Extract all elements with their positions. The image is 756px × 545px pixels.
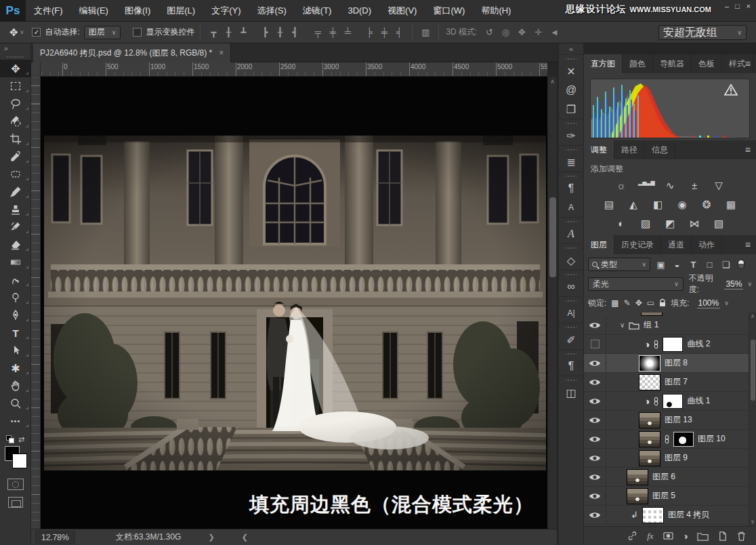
close-icon[interactable]: ×: [747, 2, 751, 10]
more-tools-button[interactable]: •••: [0, 412, 31, 430]
canvas[interactable]: 填充周边黑色（混合模式柔光）: [41, 77, 547, 529]
layer-thumbnail[interactable]: [639, 355, 660, 371]
invert-icon[interactable]: ◐: [614, 218, 629, 230]
layer-mask-thumbnail[interactable]: [663, 394, 683, 409]
menu-3d[interactable]: 3D(D): [339, 0, 379, 22]
scrollbar-thumb[interactable]: [549, 197, 556, 277]
layer-thumbnail[interactable]: [639, 374, 660, 390]
scroll-down-icon[interactable]: ∨: [749, 518, 756, 526]
align-left-icon[interactable]: ┣: [257, 27, 272, 37]
fill-field[interactable]: 100% ∨: [697, 298, 729, 308]
history-brush-tool[interactable]: [0, 218, 31, 236]
layer-row-group-1[interactable]: ∨ 组 1: [584, 316, 756, 335]
posterize-icon[interactable]: ▨: [638, 218, 653, 230]
custom-shape-tool[interactable]: ✱: [0, 359, 31, 377]
delete-layer-icon[interactable]: [736, 531, 747, 542]
visibility-toggle[interactable]: [584, 411, 606, 429]
filter-adjustment-layers-icon[interactable]: ◒: [671, 260, 683, 270]
add-adjustment-layer-icon[interactable]: ◑: [683, 531, 688, 542]
move-tool-icon[interactable]: ✥: [9, 26, 18, 39]
panel-menu-icon[interactable]: ≡: [745, 58, 751, 69]
layer-thumbnail[interactable]: [642, 507, 664, 523]
character-styles-panel-icon[interactable]: A: [559, 198, 583, 217]
swap-colors-icon[interactable]: ⇄: [18, 435, 24, 444]
menu-type[interactable]: 文字(Y): [203, 0, 249, 22]
new-group-icon[interactable]: [697, 531, 709, 541]
distribute-vcenter-icon[interactable]: ╪: [325, 27, 340, 37]
visibility-toggle[interactable]: [584, 468, 606, 486]
filter-shape-layers-icon[interactable]: □: [704, 260, 715, 270]
tab-channels[interactable]: 通道: [661, 235, 692, 254]
3d-slide-icon[interactable]: ✛: [530, 27, 546, 37]
layer-name[interactable]: 曲线 1: [687, 395, 710, 407]
brightness-contrast-icon[interactable]: ☼: [614, 180, 629, 192]
lock-position-icon[interactable]: ✥: [635, 298, 642, 308]
vertical-scrollbar[interactable]: ∧: [547, 77, 557, 529]
distribute-left-icon[interactable]: ╞: [362, 27, 377, 37]
add-mask-icon[interactable]: [663, 531, 674, 541]
menu-edit[interactable]: 编辑(E): [71, 0, 117, 22]
distribute-hcenter-icon[interactable]: ╪: [377, 27, 392, 37]
auto-align-icon[interactable]: ▥: [418, 27, 433, 37]
tab-close-icon[interactable]: ×: [219, 48, 224, 58]
menu-image[interactable]: 图像(I): [117, 0, 159, 22]
gradient-tool[interactable]: [0, 254, 31, 271]
layer-thumbnail[interactable]: [639, 412, 660, 428]
brush-presets-panel-icon[interactable]: ✑: [559, 126, 583, 145]
patch-tool[interactable]: [0, 165, 31, 183]
layer-name[interactable]: 图层 13: [665, 414, 692, 426]
new-layer-icon[interactable]: [717, 531, 728, 542]
tab-actions[interactable]: 动作: [692, 235, 722, 254]
menu-help[interactable]: 帮助(H): [473, 0, 519, 22]
lock-all-icon[interactable]: [659, 299, 666, 307]
horizontal-ruler[interactable]: 0500100015002000250030003500400045005000…: [41, 62, 547, 77]
layer-name[interactable]: 曲线 2: [687, 338, 710, 350]
lock-transparency-icon[interactable]: ▩: [611, 298, 618, 308]
paragraph-panel-icon[interactable]: ¶: [559, 357, 583, 376]
default-colors[interactable]: ⇄: [0, 434, 30, 445]
scroll-up-icon[interactable]: ∧: [548, 77, 557, 86]
levels-icon[interactable]: ▂▅▃▆: [638, 180, 653, 192]
crop-tool[interactable]: [0, 130, 31, 148]
lock-artboard-icon[interactable]: ▭: [647, 298, 654, 308]
filter-smart-objects-icon[interactable]: ❏: [720, 260, 732, 270]
opacity-field[interactable]: 35% ∨: [724, 279, 752, 289]
paragraph-styles-panel-icon[interactable]: ¶: [559, 179, 583, 198]
layer-name[interactable]: 图层 5: [652, 490, 675, 502]
visibility-toggle[interactable]: [584, 392, 606, 410]
menu-select[interactable]: 选择(S): [249, 0, 294, 22]
layer-row-curve-1[interactable]: ◑ 曲线 1: [584, 392, 756, 411]
cc-libraries-panel-icon[interactable]: @: [559, 81, 583, 100]
hand-tool[interactable]: [0, 377, 31, 395]
visibility-toggle[interactable]: [584, 430, 606, 448]
maximize-icon[interactable]: □: [735, 2, 740, 10]
filter-type-layers-icon[interactable]: T: [688, 260, 699, 270]
layer-thumbnail[interactable]: [639, 431, 660, 447]
3d-panel-icon[interactable]: ◇: [559, 251, 583, 270]
layer-row-layer-13[interactable]: 图层 13: [584, 411, 756, 430]
layer-comps-panel-icon[interactable]: ❐: [559, 100, 583, 119]
tab-color[interactable]: 颜色: [623, 54, 653, 73]
filter-toggle[interactable]: [738, 260, 744, 269]
background-color[interactable]: [12, 453, 27, 468]
blend-mode-dropdown[interactable]: 柔光 ∨: [588, 277, 684, 291]
3d-orbit-icon[interactable]: ↺: [481, 27, 497, 37]
3d-scene-panel-icon[interactable]: ◫: [559, 383, 583, 402]
selective-color-icon[interactable]: ⋈: [687, 218, 702, 230]
layer-name[interactable]: 组 1: [644, 319, 658, 331]
clone-source-panel-icon[interactable]: ≣: [559, 153, 583, 171]
marquee-tool[interactable]: [0, 77, 31, 95]
pen-tool[interactable]: [0, 306, 31, 324]
tab-histogram[interactable]: 直方图: [584, 54, 623, 73]
minimize-icon[interactable]: –: [725, 2, 729, 10]
group-expand-icon[interactable]: ∨: [620, 321, 625, 329]
menu-window[interactable]: 窗口(W): [425, 0, 473, 22]
layer-row-layer-5[interactable]: 图层 5: [584, 487, 756, 506]
tab-navigator[interactable]: 导航器: [653, 54, 692, 73]
visibility-toggle[interactable]: [584, 316, 606, 334]
align-vcenter-icon[interactable]: ╂: [221, 27, 236, 37]
lasso-tool[interactable]: [0, 95, 31, 113]
show-transform-checkbox[interactable]: [133, 28, 142, 37]
vibrance-icon[interactable]: ▽: [711, 180, 726, 192]
quick-selection-tool[interactable]: [0, 113, 31, 130]
